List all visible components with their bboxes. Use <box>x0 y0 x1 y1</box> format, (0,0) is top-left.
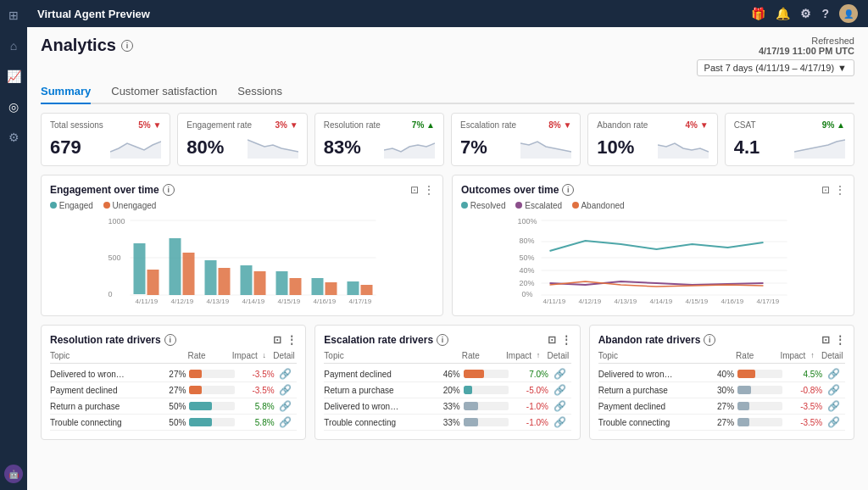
kpi-badge: 7% ▲ <box>412 120 435 130</box>
engagement-info-icon[interactable]: i <box>163 184 175 196</box>
gift-icon[interactable]: 🎁 <box>751 7 765 20</box>
svg-marker-2 <box>384 143 435 159</box>
svg-rect-12 <box>134 243 146 294</box>
outcomes-chart-title: Outcomes over time <box>461 184 559 196</box>
kpi-resolution-rate: Resolution rate 7% ▲ 83% <box>314 113 444 166</box>
legend-escalated: Escalated <box>525 201 562 210</box>
kpi-value: 10% <box>597 136 634 159</box>
sort-arrow[interactable]: ↑ <box>805 351 819 360</box>
svg-text:4/12/19: 4/12/19 <box>579 298 602 305</box>
tab-summary[interactable]: Summary <box>41 81 91 104</box>
help-icon[interactable]: ? <box>821 7 829 20</box>
kpi-badge: 9% ▲ <box>822 120 845 130</box>
nav-chart-icon[interactable]: 📈 <box>5 68 22 85</box>
kpi-sparkline <box>110 133 161 159</box>
expand-icon[interactable]: ⊡ <box>821 184 830 196</box>
resolution-row-3: Return a purchase 50% 5.8% 🔗 <box>50 398 297 415</box>
svg-rect-13 <box>147 270 159 295</box>
resolution-actions: ⊡ ⋮ <box>273 334 297 346</box>
sort-arrow[interactable]: ↓ <box>258 351 271 360</box>
svg-text:0%: 0% <box>522 290 533 298</box>
more-icon[interactable]: ⋮ <box>424 184 434 196</box>
nav-tools-icon[interactable]: ⚙ <box>5 129 22 146</box>
drivers-row: Resolution rate drivers i ⊡ ⋮ Topic Rate… <box>41 325 854 440</box>
sort-arrow[interactable]: ↑ <box>531 351 545 360</box>
kpi-sparkline <box>794 133 845 159</box>
topbar-icons: 🎁 🔔 ⚙ ? 👤 <box>751 4 858 23</box>
kpi-badge: 5% ▼ <box>138 120 161 130</box>
abandon-row-4: Trouble connecting 27% -3.5% 🔗 <box>598 415 845 431</box>
more-icon[interactable]: ⋮ <box>835 184 845 196</box>
kpi-engagement-rate: Engagement rate 3% ▼ 80% <box>177 113 307 166</box>
kpi-value: 80% <box>186 136 224 159</box>
expand-icon[interactable]: ⊡ <box>821 334 830 346</box>
nav-bot-avatar-icon[interactable]: 🤖 <box>4 465 23 483</box>
page-title-group: Analytics i <box>41 36 133 55</box>
escalation-info-icon[interactable]: i <box>437 334 448 346</box>
expand-icon[interactable]: ⊡ <box>273 334 281 346</box>
outcomes-info-icon[interactable]: i <box>562 184 574 196</box>
escalation-drivers-card: Escalation rate drivers i ⊡ ⋮ Topic Rate… <box>314 325 580 440</box>
svg-text:4/12/19: 4/12/19 <box>171 298 194 305</box>
date-range-label: Past 7 days (4/11/19 – 4/17/19) <box>704 63 835 73</box>
nav-home-icon[interactable]: ⌂ <box>5 37 22 54</box>
engagement-chart-svg: 1000 500 0 <box>50 214 434 307</box>
svg-text:0: 0 <box>108 290 113 298</box>
resolution-info-icon[interactable]: i <box>164 334 176 346</box>
svg-rect-17 <box>219 268 231 295</box>
page-content: Analytics i Refreshed 4/17/19 11:00 PM U… <box>27 27 868 490</box>
more-icon[interactable]: ⋮ <box>287 334 297 346</box>
abandon-info-icon[interactable]: i <box>704 334 715 346</box>
nav-bot-icon[interactable]: ◎ <box>5 98 22 115</box>
legend-engaged: Engaged <box>59 201 93 210</box>
refreshed-label: Refreshed <box>811 36 854 46</box>
kpi-label: Resolution rate <box>324 120 381 130</box>
engagement-legend: Engaged Unengaged <box>50 201 434 210</box>
more-icon[interactable]: ⋮ <box>561 334 571 346</box>
escalation-row-3: Delivered to wron… 33% -1.0% 🔗 <box>324 398 570 415</box>
abandon-row-3: Payment declined 27% -3.5% 🔗 <box>598 398 845 415</box>
topbar: Virtual Agent Preview 🎁 🔔 ⚙ ? 👤 <box>27 0 868 27</box>
kpi-row: Total sessions 5% ▼ 679 Engagement <box>41 113 854 166</box>
escalation-table-header: Topic Rate Impact ↑ Detail <box>324 351 570 364</box>
svg-text:100%: 100% <box>518 217 537 226</box>
outcomes-chart-card: Outcomes over time i ⊡ ⋮ Resolved Escala… <box>452 175 854 316</box>
svg-text:4/14/19: 4/14/19 <box>242 298 265 305</box>
bell-icon[interactable]: 🔔 <box>776 7 790 20</box>
kpi-value: 83% <box>324 136 361 159</box>
legend-resolved: Resolved <box>470 201 506 210</box>
kpi-label: Escalation rate <box>460 120 516 130</box>
escalation-row-2: Return a purchase 20% -5.0% 🔗 <box>324 382 570 398</box>
abandon-row-1: Delivered to wron… 40% 4.5% 🔗 <box>598 366 845 382</box>
page-header: Analytics i Refreshed 4/17/19 11:00 PM U… <box>41 36 854 76</box>
svg-text:1000: 1000 <box>108 217 125 226</box>
resolution-row-4: Trouble connecting 50% 5.8% 🔗 <box>50 415 297 431</box>
tab-customer-satisfaction[interactable]: Customer satisfaction <box>111 81 217 104</box>
kpi-badge: 3% ▼ <box>275 120 298 130</box>
svg-text:4/16/19: 4/16/19 <box>314 298 337 305</box>
expand-icon[interactable]: ⊡ <box>410 184 419 196</box>
settings-icon[interactable]: ⚙ <box>800 7 811 20</box>
user-avatar[interactable]: 👤 <box>839 4 858 23</box>
resolution-table-header: Topic Rate Impact ↓ Detail <box>50 351 297 364</box>
nav-grid-icon[interactable]: ⊞ <box>5 7 22 24</box>
svg-text:4/17/19: 4/17/19 <box>757 298 780 305</box>
svg-text:4/15/19: 4/15/19 <box>686 298 709 305</box>
kpi-value: 679 <box>50 136 81 159</box>
svg-text:4/13/19: 4/13/19 <box>207 298 230 305</box>
page-title-info-icon[interactable]: i <box>121 40 133 52</box>
chevron-down-icon: ▼ <box>837 63 847 73</box>
expand-icon[interactable]: ⊡ <box>548 334 556 346</box>
resolution-row-2: Payment declined 27% -3.5% 🔗 <box>50 382 297 398</box>
kpi-sparkline <box>520 133 571 159</box>
nav-rail: ⊞ ⌂ 📈 ◎ ⚙ 🤖 <box>0 0 27 490</box>
nav-tabs: Summary Customer satisfaction Sessions <box>41 81 854 104</box>
abandon-table-header: Topic Rate Impact ↑ Detail <box>598 351 845 364</box>
kpi-sparkline <box>248 133 298 159</box>
tab-sessions[interactable]: Sessions <box>237 81 282 104</box>
date-range-button[interactable]: Past 7 days (4/11/19 – 4/17/19) ▼ <box>697 59 854 76</box>
kpi-label: Engagement rate <box>186 120 252 130</box>
resolution-drivers-card: Resolution rate drivers i ⊡ ⋮ Topic Rate… <box>41 325 306 440</box>
kpi-value: 7% <box>460 136 487 159</box>
more-icon[interactable]: ⋮ <box>835 334 845 346</box>
